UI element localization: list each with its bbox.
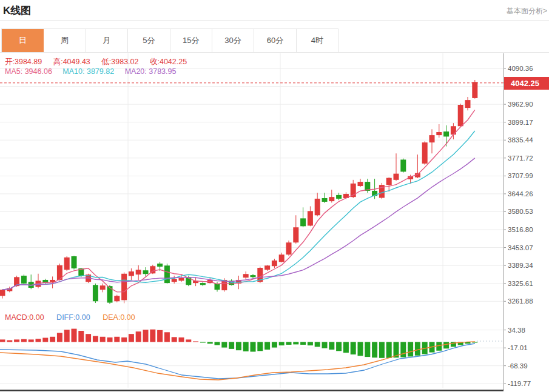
- macd-bar: [36, 339, 41, 342]
- open-value: 开:3984.89: [5, 58, 42, 66]
- macd-bar: [200, 342, 206, 342]
- macd-bar: [415, 342, 420, 355]
- candle-body: [64, 257, 70, 270]
- macd-bar: [293, 342, 298, 344]
- candle-body: [308, 211, 313, 225]
- ma5-value: MA5: 3946.06: [5, 67, 52, 76]
- ma20-line: [2, 158, 475, 290]
- candle-body: [129, 271, 134, 276]
- dea-value: DEA:0.00: [103, 313, 135, 322]
- macd-bar: [207, 342, 213, 344]
- ma-readout: MA5: 3946.06 MA10: 3879.82 MA20: 3783.95: [5, 67, 184, 76]
- candle-body: [0, 290, 5, 296]
- macd-bar: [121, 337, 127, 342]
- candle-body: [215, 284, 220, 290]
- axis-label: 34.38: [508, 327, 525, 334]
- macd-bar: [42, 338, 48, 342]
- last-price-badge: 4042.25: [504, 77, 549, 90]
- macd-bar: [164, 332, 170, 342]
- macd-bar: [286, 342, 292, 345]
- axis-label: 3835.44: [508, 136, 533, 144]
- axis-label: 3580.53: [508, 208, 533, 215]
- macd-bar: [0, 339, 5, 342]
- macd-bar: [300, 342, 306, 345]
- macd-bar: [315, 342, 320, 347]
- macd-bar: [7, 341, 12, 342]
- ma20-value: MA20: 3783.95: [125, 67, 177, 76]
- macd-bar: [72, 329, 77, 342]
- candle-body: [121, 274, 127, 301]
- macd-bar: [136, 331, 141, 342]
- macd-bar: [157, 330, 163, 342]
- macd-bar: [400, 342, 406, 357]
- axis-label: -119.77: [508, 380, 531, 387]
- macd-bar: [358, 342, 363, 356]
- macd-bar: [343, 342, 349, 353]
- macd-bar: [264, 342, 270, 350]
- candle-body: [429, 135, 435, 142]
- macd-bar: [308, 342, 313, 345]
- candle-body: [100, 285, 106, 290]
- candle-body: [436, 132, 442, 135]
- macd-bar: [236, 342, 241, 350]
- macd-bar: [329, 342, 334, 350]
- macd-bar: [114, 337, 120, 342]
- candle-body: [472, 82, 477, 98]
- macd-bar: [221, 342, 227, 347]
- low-value: 低:3983.02: [101, 58, 138, 66]
- macd-bar: [215, 342, 220, 345]
- ma10-value: MA10: 3879.82: [62, 67, 114, 76]
- candle-body: [251, 275, 256, 277]
- macd-bar: [272, 342, 277, 347]
- macd-readout: MACD:0.00 DIFF:0.00 DEA:0.00: [5, 313, 146, 322]
- macd-bar: [322, 342, 328, 348]
- macd-bar: [257, 342, 263, 351]
- macd-bar: [279, 342, 285, 345]
- axis-label: 3516.80: [508, 226, 533, 233]
- axis-label: 3325.61: [508, 280, 533, 287]
- macd-bar: [436, 342, 442, 350]
- macd-bar: [408, 342, 413, 356]
- macd-bar: [107, 337, 113, 342]
- macd-bar: [29, 339, 34, 342]
- axis-label: -17.01: [508, 344, 528, 351]
- macd-bar: [336, 342, 342, 351]
- candle-body: [315, 199, 320, 215]
- candle-body: [286, 242, 292, 254]
- axis-label: 3389.34: [508, 262, 533, 269]
- macd-bar: [64, 330, 70, 342]
- candlestick-series: [0, 80, 477, 304]
- macd-bar: [21, 339, 27, 342]
- candle-body: [72, 256, 77, 268]
- macd-bar: [443, 342, 449, 348]
- macd-value: MACD:0.00: [5, 313, 44, 322]
- axis-label: -68.39: [508, 362, 528, 370]
- axis-label: 3771.72: [508, 154, 533, 162]
- macd-bar: [372, 342, 377, 357]
- candle-body: [300, 218, 306, 226]
- axis-label: 3707.99: [508, 172, 533, 179]
- macd-bar: [386, 342, 392, 357]
- macd-bar: [172, 337, 177, 342]
- candle-body: [336, 195, 342, 199]
- candle-body: [114, 296, 120, 301]
- candle-body: [329, 197, 334, 201]
- axis-label: 4042.25: [511, 79, 539, 88]
- candle-body: [386, 178, 392, 185]
- candle-body: [451, 126, 456, 135]
- candle-body: [264, 265, 270, 270]
- candle-body: [422, 142, 428, 164]
- axis-label: 3261.88: [508, 297, 533, 305]
- macd-bar: [129, 334, 134, 342]
- candle-body: [136, 270, 141, 274]
- candle-body: [458, 105, 463, 126]
- candle-body: [164, 265, 170, 283]
- macd-bar: [93, 336, 98, 342]
- axis-label: 4090.36: [508, 65, 533, 72]
- macd-bar: [78, 331, 84, 342]
- candle-body: [358, 182, 363, 186]
- close-value: 收:4042.25: [150, 58, 187, 66]
- macd-bar: [50, 337, 55, 342]
- macd-bar: [57, 333, 62, 342]
- candle-body: [400, 159, 406, 171]
